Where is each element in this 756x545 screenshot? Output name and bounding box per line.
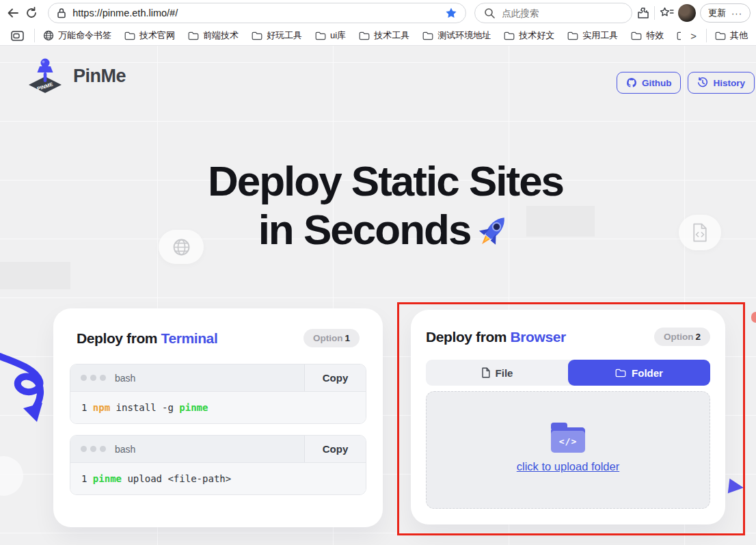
bookmarks-list: 万能命令书签 技术官网 前端技术 好玩工具 ui库 技术工具: [43, 29, 681, 42]
browser-toolbar: 更新 ···: [0, 0, 756, 26]
more-menu-dots-icon[interactable]: ···: [731, 8, 742, 18]
squiggle-arrow-decoration: [0, 345, 60, 434]
window-dots-icon: [81, 446, 106, 452]
bookmark-item[interactable]: 技术好文: [504, 29, 554, 42]
bookmark-star-icon[interactable]: [445, 7, 457, 19]
copy-button[interactable]: Copy: [304, 364, 366, 391]
tab-folder[interactable]: Folder: [568, 360, 710, 386]
bookmark-label: 实用工具: [582, 29, 618, 42]
code-line: 1 npm install -g pinme: [70, 392, 366, 423]
code-language-label: bash: [115, 373, 135, 384]
folder-icon: [315, 31, 326, 40]
bookmark-label: 测试环境地址: [437, 29, 491, 42]
folder-icon: [677, 31, 681, 40]
folder-icon: [252, 31, 262, 40]
option-1-badge: Option1: [303, 329, 360, 347]
site-logo[interactable]: PINME PinMe: [26, 57, 126, 95]
upload-folder-icon: </>: [551, 427, 585, 453]
folder-icon: [124, 31, 135, 40]
folder-icon: [615, 369, 626, 377]
circle-decoration: [0, 456, 23, 496]
url-input[interactable]: [72, 8, 439, 18]
bookmark-label: 好玩工具: [267, 29, 302, 42]
bookmark-label: 万能命令书签: [58, 29, 111, 42]
bookmark-item[interactable]: 技术官网: [124, 29, 175, 42]
hero-line-2: in Seconds: [15, 205, 756, 254]
bookmark-item[interactable]: ui库: [315, 29, 346, 42]
github-button[interactable]: Github: [617, 72, 681, 94]
code-language-label: bash: [115, 444, 135, 455]
folder-icon: [567, 31, 578, 40]
folder-dropzone[interactable]: </> click to upload folder: [426, 391, 710, 509]
sidebar-icon[interactable]: [8, 27, 26, 44]
grid-shade-cell: [0, 262, 70, 289]
folder-icon: [188, 31, 199, 40]
bookmark-item[interactable]: 前端技术: [188, 29, 239, 42]
history-button-label: History: [713, 78, 745, 88]
search-icon: [484, 8, 495, 18]
blue-arrow-decoration: [728, 479, 745, 496]
update-menu-button[interactable]: 更新 ···: [700, 3, 751, 23]
bookmark-item[interactable]: 特效: [631, 29, 664, 42]
tab-folder-label: Folder: [632, 367, 663, 379]
bookmark-label: ui库: [330, 29, 346, 42]
deploy-browser-card: Deploy from Browser Option2 File Folder …: [411, 310, 725, 524]
history-button[interactable]: History: [688, 72, 755, 94]
address-bar[interactable]: [48, 3, 466, 23]
search-input[interactable]: [502, 8, 623, 18]
bookmark-item[interactable]: 万能命令书签: [43, 29, 111, 42]
extensions-icon[interactable]: [636, 4, 650, 22]
bookmarks-divider: [34, 29, 35, 42]
history-icon: [697, 77, 708, 88]
option-2-badge: Option2: [654, 328, 710, 346]
tab-file-label: File: [496, 367, 513, 379]
bookmark-label: 技术官网: [139, 29, 175, 42]
bookmark-item[interactable]: AI: [677, 31, 681, 41]
github-icon: [626, 77, 637, 88]
hero-title: Deploy Static Sites in Seconds: [15, 157, 756, 254]
back-arrow-icon: [7, 7, 19, 19]
bookmarks-overflow-chevron-icon[interactable]: >: [689, 30, 698, 42]
bookmark-item[interactable]: 技术工具: [359, 29, 409, 42]
back-button[interactable]: [5, 3, 20, 23]
upload-mode-tabs: File Folder: [426, 360, 710, 386]
bookmark-label: 前端技术: [203, 29, 239, 42]
bookmark-item[interactable]: 实用工具: [567, 29, 618, 42]
refresh-button[interactable]: [24, 3, 38, 23]
window-dots-icon: [81, 375, 106, 381]
bookmarks-bar: 万能命令书签 技术官网 前端技术 好玩工具 ui库 技术工具: [0, 26, 756, 46]
deploy-terminal-card: Deploy from Terminal Option1 bash Copy 1…: [53, 308, 383, 527]
globe-icon: [43, 30, 54, 41]
tab-file[interactable]: File: [426, 360, 568, 386]
folder-icon: [631, 31, 642, 40]
bookmark-other-folder[interactable]: 其他: [715, 29, 748, 42]
toolbar-search[interactable]: [474, 3, 632, 23]
favorites-list-icon[interactable]: [659, 4, 674, 22]
bookmark-item[interactable]: 好玩工具: [252, 29, 302, 42]
lock-icon: [57, 8, 66, 18]
browser-window: 更新 ··· 万能命令书签 技术官网 前端技术 好玩工具: [0, 0, 756, 545]
code-line: 1 pinme upload <file-path>: [70, 463, 366, 494]
folder-icon: [504, 31, 515, 40]
profile-avatar[interactable]: [678, 4, 696, 22]
file-icon: [481, 367, 490, 378]
folder-icon: [359, 31, 370, 40]
brand-name: PinMe: [73, 66, 126, 87]
folder-icon: [422, 31, 433, 40]
refresh-icon: [25, 7, 38, 19]
bookmark-label: 特效: [646, 29, 664, 42]
copy-button[interactable]: Copy: [304, 436, 366, 462]
upload-code-block: bash Copy 1 pinme upload <file-path>: [70, 435, 366, 495]
bookmarks-divider: [706, 29, 707, 42]
bookmark-label: 其他: [730, 29, 748, 42]
install-code-block: bash Copy 1 npm install -g pinme: [70, 364, 366, 424]
terminal-card-title: Deploy from Terminal: [77, 330, 217, 347]
folder-icon: [715, 31, 726, 40]
github-button-label: Github: [642, 78, 672, 88]
red-edge-marker: [751, 312, 756, 323]
pinme-logo-icon: PINME: [26, 57, 64, 95]
bookmark-item[interactable]: 测试环境地址: [422, 29, 491, 42]
page-content: PINME PinMe Github History Deploy Static…: [0, 46, 756, 545]
rocket-emoji: [474, 211, 513, 250]
upload-folder-link[interactable]: click to upload folder: [517, 460, 619, 473]
